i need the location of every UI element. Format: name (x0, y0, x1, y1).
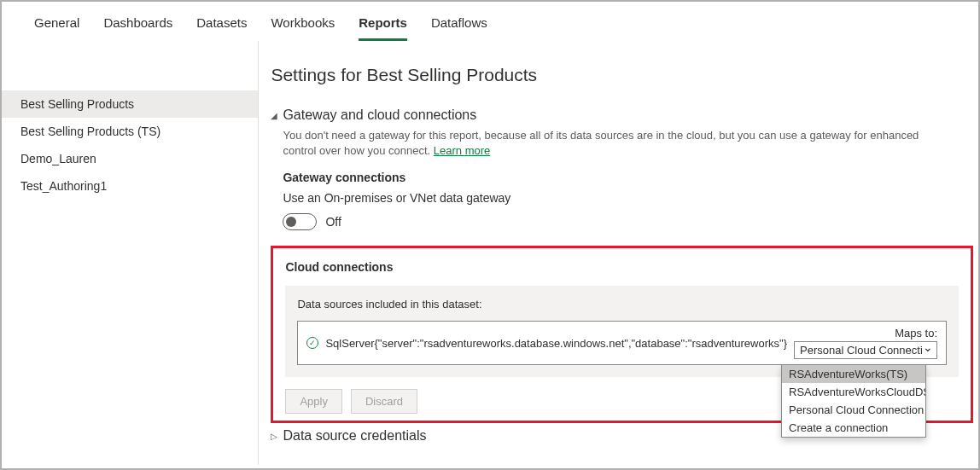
dropdown-option-personal-cloud-connection[interactable]: Personal Cloud Connection (782, 401, 925, 419)
cloud-connections-title: Cloud connections (285, 260, 959, 274)
gateway-description: You don't need a gateway for this report… (283, 128, 931, 159)
gateway-toggle[interactable] (283, 213, 317, 230)
discard-button[interactable]: Discard (351, 389, 417, 414)
gateway-connections-text: Use an On-premises or VNet data gateway (283, 191, 978, 205)
tab-workbooks[interactable]: Workbooks (271, 12, 335, 41)
expand-right-icon: ▷ (271, 432, 279, 441)
sidebar-item-best-selling-products[interactable]: Best Selling Products (2, 90, 258, 118)
page-title: Settings for Best Selling Products (271, 65, 978, 85)
tab-general[interactable]: General (34, 12, 79, 41)
learn-more-link[interactable]: Learn more (434, 144, 490, 157)
tab-reports[interactable]: Reports (359, 12, 407, 41)
dropdown-option-create-connection[interactable]: Create a connection (782, 419, 925, 437)
cloud-panel-label: Data sources included in this dataset: (297, 298, 947, 310)
datasource-text: SqlServer{"server":"rsadventureworks.dat… (325, 336, 787, 351)
dropdown-option-rsadventureworks-ts[interactable]: RSAdventureWorks(TS) (782, 365, 925, 383)
tab-datasets[interactable]: Datasets (196, 12, 247, 41)
gateway-section-header[interactable]: ◢ Gateway and cloud connections (271, 107, 978, 123)
maps-to-label: Maps to: (895, 327, 937, 339)
sidebar-item-best-selling-products-ts[interactable]: Best Selling Products (TS) (2, 118, 258, 145)
tabs-bar: General Dashboards Datasets Workbooks Re… (2, 2, 978, 41)
maps-to-select[interactable]: Personal Cloud Connecti (794, 341, 937, 359)
expand-down-icon: ◢ (271, 111, 279, 120)
maps-to-dropdown: RSAdventureWorks(TS) RSAdventureWorksClo… (781, 364, 926, 438)
tab-dashboards[interactable]: Dashboards (103, 12, 172, 41)
toggle-knob-icon (286, 217, 296, 227)
apply-button[interactable]: Apply (285, 389, 342, 414)
gateway-section-label: Gateway and cloud connections (283, 107, 476, 123)
gateway-toggle-state: Off (325, 215, 341, 229)
cloud-connections-highlight: Cloud connections Data sources included … (271, 246, 973, 423)
sidebar-item-demo-lauren[interactable]: Demo_Lauren (2, 145, 258, 172)
datasource-row: SqlServer{"server":"rsadventureworks.dat… (297, 321, 947, 365)
dropdown-option-rsadventureworks-cloudds[interactable]: RSAdventureWorksCloudDS (782, 383, 925, 401)
gateway-connections-title: Gateway connections (283, 171, 978, 184)
sidebar-item-test-authoring1[interactable]: Test_Authoring1 (2, 172, 258, 200)
reports-sidebar: Best Selling Products Best Selling Produ… (2, 41, 259, 465)
check-circle-icon (306, 337, 318, 349)
cloud-connections-panel: Data sources included in this dataset: S… (285, 286, 959, 377)
tab-dataflows[interactable]: Dataflows (431, 12, 487, 41)
credentials-section-label: Data source credentials (283, 428, 426, 444)
